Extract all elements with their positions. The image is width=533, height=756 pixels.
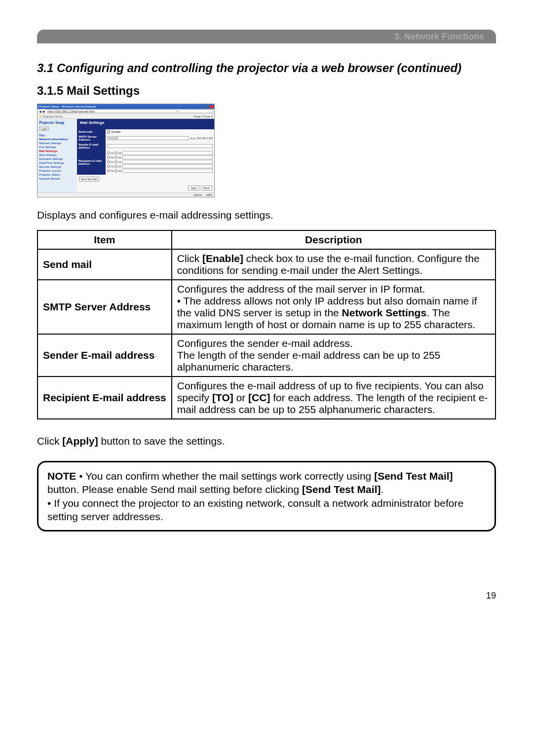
maximize-icon[interactable] xyxy=(205,105,209,109)
minimize-icon[interactable] xyxy=(200,105,204,109)
cc-radio-1[interactable] xyxy=(114,151,117,154)
sidebar-item-5[interactable]: Alert Settings xyxy=(39,153,76,156)
to-radio-4[interactable] xyxy=(107,165,110,168)
description-cell: Configures the address of the mail serve… xyxy=(172,280,495,334)
send-test-mail-button[interactable]: Send Test Mail xyxy=(79,177,99,182)
sidebar-item-4[interactable]: Mail Settings xyxy=(39,150,76,152)
chapter-label: 3. Network Functions xyxy=(394,32,484,42)
enable-checkbox[interactable] xyxy=(107,130,110,133)
back-icon[interactable]: ◀ xyxy=(39,110,41,113)
th-description: Description xyxy=(172,230,495,249)
to-radio-2[interactable] xyxy=(107,156,110,159)
sidebar-item-0[interactable]: Top : xyxy=(39,134,76,137)
address-row: ◀ ▶ http://192.168.1.10/admin/mail.html xyxy=(38,109,214,114)
row-smtp-label: SMTP Server Address xyxy=(77,134,106,142)
window-title: Projector Setup - Windows Internet Explo… xyxy=(38,105,96,108)
window-titlebar: Projector Setup - Windows Internet Explo… xyxy=(38,104,214,109)
search-box[interactable] xyxy=(178,110,213,113)
table-row: Send mailClick [Enable] check box to use… xyxy=(38,249,495,280)
status-zoom: 100% xyxy=(206,193,212,196)
sidebar-item-8[interactable]: Security Settings xyxy=(39,165,76,168)
brand: Projector Setup xyxy=(39,120,76,125)
description-cell: Configures the sender e-mail address. Th… xyxy=(172,334,495,377)
sidebar: Projector Setup Logoff Top :Network Info… xyxy=(38,119,77,192)
to-radio-1[interactable] xyxy=(107,151,110,154)
tab-title: Projector Setup xyxy=(42,115,63,118)
note-label: NOTE xyxy=(47,470,76,482)
sidebar-item-6[interactable]: Schedule Settings xyxy=(39,157,76,160)
ie-toolbar: ★ Projector Setup Page ▾ Tools ▾ xyxy=(38,114,214,119)
sidebar-item-2[interactable]: Network Settings xyxy=(39,142,76,145)
description-cell: Configures the e-mail address of up to f… xyxy=(172,377,495,419)
cc-radio-4[interactable] xyxy=(114,165,117,168)
lead-text: Displays and configures e-mail addressin… xyxy=(37,209,496,221)
recipient-input-5[interactable] xyxy=(122,169,213,173)
page-number: 19 xyxy=(37,591,496,601)
favorites-icon[interactable]: ★ xyxy=(39,115,41,118)
table-row: Sender E-mail addressConfigures the send… xyxy=(38,334,495,377)
subsection-title: 3.1.5 Mail Settings xyxy=(37,84,496,98)
reset-button[interactable]: Reset xyxy=(201,186,212,190)
close-icon[interactable] xyxy=(209,105,213,109)
sidebar-item-1[interactable]: Network Information xyxy=(39,138,76,141)
description-table: Item Description Send mailClick [Enable]… xyxy=(37,230,496,419)
apply-button[interactable]: Apply xyxy=(188,186,199,190)
item-cell: Recipient E-mail address xyxy=(38,377,172,419)
panel-title: Mail Settings xyxy=(77,119,214,126)
status-internet: Internet xyxy=(193,193,202,196)
sidebar-item-10[interactable]: Projector Status xyxy=(39,173,76,176)
to-radio-5[interactable] xyxy=(107,169,110,172)
to-radio-3[interactable] xyxy=(107,160,110,163)
enable-label: Enable xyxy=(112,130,121,133)
item-cell: SMTP Server Address xyxy=(38,280,172,334)
item-cell: Send mail xyxy=(38,249,172,280)
apply-instruction: Click [Apply] button to save the setting… xyxy=(37,435,496,447)
row-sender-label: Sender E-mail address xyxy=(77,142,106,150)
item-cell: Sender E-mail address xyxy=(38,334,172,377)
chapter-header: 3. Network Functions xyxy=(37,30,496,43)
recipient-input-3[interactable] xyxy=(122,160,213,164)
screenshot: Projector Setup - Windows Internet Explo… xyxy=(37,104,215,197)
sidebar-item-7[interactable]: Date/Time Settings xyxy=(39,161,76,164)
smtp-input[interactable]: 0.0.0.0 xyxy=(107,136,189,140)
recipient-input-4[interactable] xyxy=(122,164,213,168)
row-send-mail-label: Send mail xyxy=(77,129,106,134)
smtp-hint: (e.g.) 192.168.1.254 xyxy=(190,137,213,140)
note-box: NOTE • You can confirm whether the mail … xyxy=(37,461,496,531)
table-row: Recipient E-mail addressConfigures the e… xyxy=(38,377,495,419)
cc-radio-5[interactable] xyxy=(114,169,117,172)
address-bar[interactable]: http://192.168.1.10/admin/mail.html xyxy=(47,110,177,113)
cc-radio-3[interactable] xyxy=(114,160,117,163)
sidebar-item-9[interactable]: Projector Control xyxy=(39,169,76,172)
toolbar-right[interactable]: Page ▾ Tools ▾ xyxy=(193,114,213,118)
section-title: 3.1 Configuring and controlling the proj… xyxy=(37,61,496,75)
logoff-button[interactable]: Logoff xyxy=(39,127,49,131)
cc-radio-2[interactable] xyxy=(114,156,117,159)
status-bar: Internet 100% xyxy=(38,192,214,197)
recipient-input-2[interactable] xyxy=(122,155,213,159)
forward-icon[interactable]: ▶ xyxy=(43,110,45,113)
th-item: Item xyxy=(38,230,172,249)
sidebar-item-11[interactable]: Network Restart xyxy=(39,177,76,180)
table-row: SMTP Server AddressConfigures the addres… xyxy=(38,280,495,334)
sidebar-item-3[interactable]: Port Settings xyxy=(39,146,76,149)
sender-input[interactable] xyxy=(107,144,213,148)
description-cell: Click [Enable] check box to use the e-ma… xyxy=(172,249,495,280)
row-recipient-label: Recipient E-mail address xyxy=(77,150,106,175)
recipient-input-1[interactable] xyxy=(122,151,213,155)
